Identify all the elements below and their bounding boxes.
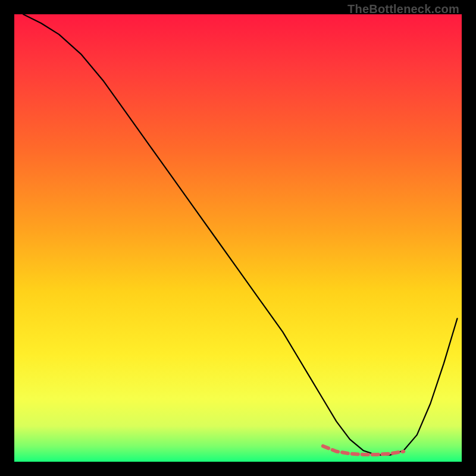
chart-background [14,14,462,462]
bottleneck-chart [14,14,462,462]
watermark-text: TheBottleneck.com [347,2,459,16]
chart-frame [14,14,462,462]
